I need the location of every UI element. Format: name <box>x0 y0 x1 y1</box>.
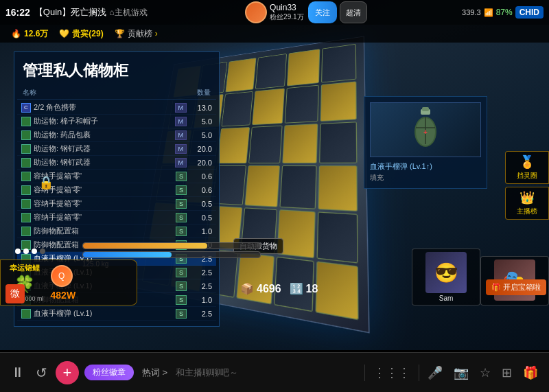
open-box-button[interactable]: 🎁 开启宝箱啦 <box>486 279 546 295</box>
streamer-avatar <box>245 1 267 23</box>
item-detail-action: 填充 <box>370 173 481 183</box>
contribution-item[interactable]: 🏆 贡献榜 › <box>115 28 158 40</box>
inv-row-2[interactable]: 助运物: 药品包裹 M 5.0 <box>17 128 216 142</box>
camera-icon[interactable]: 📷 <box>451 362 471 383</box>
mic-icon[interactable]: 🎤 <box>425 362 445 383</box>
char-name-1: Sam <box>415 295 477 302</box>
hot-label[interactable]: 热词 > <box>142 367 167 379</box>
inventory-stats: 📦 4696 🔢 18 <box>240 282 318 295</box>
inv-label-8: 容纳手提箱'零' <box>34 212 176 222</box>
signal-strength: 339.3 <box>462 8 481 16</box>
add-button[interactable]: + <box>56 361 79 384</box>
count-stat: 🔢 18 <box>290 282 318 295</box>
add-icon: + <box>63 364 72 382</box>
fans-badge-button[interactable]: 粉丝徽章 <box>84 365 134 380</box>
vip-item[interactable]: 💛 贵宾(29) <box>59 28 103 40</box>
status-right: 339.3 📶 87% CHID <box>462 6 544 19</box>
chevron-right-icon: › <box>155 29 158 38</box>
inv-value-13: 2.5 <box>188 282 212 290</box>
inv-label-4: 助运物: 钢钉武器 <box>34 157 175 168</box>
inv-slot-1: M <box>175 117 187 126</box>
inv-icon-9 <box>21 227 31 236</box>
grid-icon[interactable]: ⊞ <box>499 362 515 383</box>
inv-row-0[interactable]: C 2/2 角色携带 M 13.0 <box>17 101 216 115</box>
inventory-title: 管理私人储物柜 <box>17 58 216 87</box>
lucky-value: 482W <box>51 290 76 301</box>
sub-bar: 🔥 12.6万 💛 贵宾(29) 🏆 贡献榜 › <box>0 25 549 43</box>
inv-slot-14: S <box>176 295 187 305</box>
inv-slot-5: S <box>176 172 187 181</box>
streamer-name: Quin33 <box>270 3 301 12</box>
heat-value: 12.6万 <box>24 28 48 40</box>
inv-slot-9: S <box>176 227 187 236</box>
refresh-button[interactable]: ↺ <box>33 362 50 384</box>
inv-label-5: 容纳手提箱'零' <box>34 171 176 181</box>
lock-icon: 🔒 <box>38 175 54 190</box>
inv-row-4[interactable]: 助运物: 钢钉武器 M 20.0 <box>17 156 216 170</box>
game-area: 管理私人储物柜 名称 数量 C 2/2 角色携带 M 13.0 助运物: 棉子和… <box>0 0 549 350</box>
lucky-title: 幸运锦鲤 <box>10 263 40 273</box>
grenade-icon: + <box>408 106 443 154</box>
char-card-1: 😎 Sam <box>412 249 480 305</box>
inv-icon-4 <box>21 158 31 168</box>
dot-4 <box>40 249 45 254</box>
spirit-ring-button[interactable]: 🏅 挡灵圈 <box>505 151 549 184</box>
fans-count: 粉丝29.1万 <box>270 12 303 22</box>
wifi-icon: 📶 <box>484 8 493 17</box>
stream-title: 【Quin】死亡搁浅 <box>34 6 106 19</box>
inv-value-15: 2.5 <box>188 310 212 318</box>
inv-row-3[interactable]: 助运物: 钢钉武器 M 20.0 <box>17 142 216 156</box>
inv-icon-3 <box>21 144 31 154</box>
inv-slot-13: S <box>176 281 187 291</box>
inv-value-6: 0.6 <box>188 186 212 194</box>
pause-button[interactable]: ⏸ <box>8 362 27 383</box>
inv-icon-6 <box>21 185 31 195</box>
inv-label-7: 容纳手提箱'零' <box>34 198 176 209</box>
inv-label-9: 防御物配置箱 <box>34 226 176 236</box>
inv-icon-1 <box>21 117 31 126</box>
inv-value-5: 0.6 <box>188 172 212 181</box>
inv-slot-0: M <box>175 103 187 113</box>
inv-value-12: 2.5 <box>188 268 212 277</box>
inv-slot-2: M <box>175 130 187 140</box>
spirit-label: 挡灵圈 <box>517 171 537 181</box>
divider-2 <box>419 365 419 381</box>
inv-row-8[interactable]: 容纳手提箱'零' S 0.5 <box>17 211 216 224</box>
open-box-label: 开启宝箱啦 <box>503 283 541 291</box>
inv-row-9[interactable]: 防御物配置箱 S 1.0 <box>17 224 216 238</box>
weibo-icon[interactable]: 微 <box>5 284 25 303</box>
capacity-stat: 📦 4696 <box>240 282 281 295</box>
menu-icon[interactable]: ⋮⋮⋮ <box>371 362 413 383</box>
count-icon: 🔢 <box>290 282 303 295</box>
col-name: 名称 <box>23 88 183 97</box>
follow-button[interactable]: 关注 <box>308 1 337 23</box>
capacity-bar-outer <box>82 251 261 258</box>
gift-icon[interactable]: 🎁 <box>520 362 541 383</box>
time-display: 16:22 <box>5 7 30 18</box>
svg-rect-1 <box>422 107 429 111</box>
inv-row-1[interactable]: 助运物: 棉子和帽子 M 5.0 <box>17 115 216 128</box>
bottom-toolbar: ⏸ ↺ + 粉丝徽章 热词 > 和主播聊聊吧～ ⋮⋮⋮ 🎤 📷 ☆ ⊞ 🎁 <box>0 352 549 392</box>
inv-label-2: 助运物: 药品包裹 <box>34 130 175 140</box>
trophy-icon: 🏆 <box>115 29 125 38</box>
inv-row-15[interactable]: 血液手榴弹 (Lv.1) S 2.5 <box>17 307 216 321</box>
dot-2 <box>23 249 29 254</box>
inv-icon-5 <box>21 172 31 181</box>
star-icon[interactable]: ☆ <box>477 362 493 383</box>
vip-value: 贵宾(29) <box>72 28 103 40</box>
chat-hint[interactable]: 和主播聊聊吧～ <box>173 367 359 379</box>
quality-button[interactable]: 超清 <box>340 1 367 23</box>
inv-value-1: 5.0 <box>188 117 212 126</box>
inv-value-2: 5.0 <box>188 131 212 139</box>
box-icon: 📦 <box>240 282 254 295</box>
inv-value-9: 1.0 <box>188 227 212 235</box>
inv-slot-6: S <box>176 185 187 195</box>
inv-row-7[interactable]: 容纳手提箱'零' S 0.5 <box>17 197 216 211</box>
host-label: ⌂主机游戏 <box>109 7 147 19</box>
char-avatar-1: 😎 <box>425 252 467 293</box>
inv-label-3: 助运物: 钢钉武器 <box>34 143 175 154</box>
item-detail-name: 血液手榴弹 (Lv.1↑) <box>370 161 481 172</box>
inv-value-7: 0.5 <box>188 200 212 208</box>
dot-1 <box>15 249 21 254</box>
battery-indicator: 87% <box>496 8 513 17</box>
